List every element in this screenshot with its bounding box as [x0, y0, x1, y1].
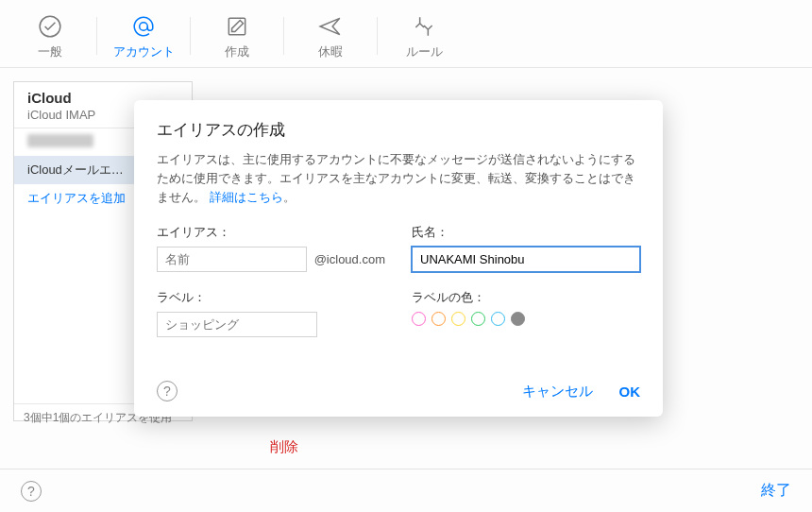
- dialog-description-suffix: 。: [283, 190, 296, 204]
- airplane-icon: [317, 13, 344, 40]
- color-swatch[interactable]: [471, 312, 485, 326]
- dialog-title: エイリアスの作成: [157, 119, 640, 141]
- dialog-footer: ? キャンセル OK: [157, 381, 640, 401]
- color-swatch[interactable]: [451, 312, 465, 326]
- at-sign-icon: [130, 13, 157, 40]
- alias-label: エイリアス：: [157, 224, 385, 241]
- label-label: ラベル：: [157, 289, 385, 306]
- alias-suffix: @icloud.com: [311, 252, 385, 266]
- toolbar-item-compose[interactable]: 作成: [195, 8, 279, 60]
- color-swatches: [412, 312, 640, 326]
- toolbar-separator: [283, 17, 284, 55]
- toolbar-separator: [377, 17, 378, 55]
- dialog-description: エイリアスは、主に使用するアカウントに不要なメッセージが送信されないようにするた…: [157, 150, 640, 207]
- color-swatch[interactable]: [511, 312, 525, 326]
- sidebar-row-label: エイリアスを追加: [27, 191, 126, 205]
- toolbar-separator: [190, 17, 191, 55]
- toolbar-label: アカウント: [113, 43, 175, 60]
- delete-button[interactable]: 削除: [270, 438, 298, 456]
- check-circle-icon: [37, 13, 63, 40]
- ok-button[interactable]: OK: [619, 384, 641, 400]
- learn-more-link[interactable]: 詳細はこちら: [210, 190, 283, 204]
- toolbar-label: 休暇: [318, 43, 343, 60]
- alias-input-row: @icloud.com: [157, 247, 385, 272]
- dialog-form: エイリアス： @icloud.com ラベル： 氏名： ラベルの色：: [157, 224, 640, 337]
- toolbar-item-vacation[interactable]: 休暇: [288, 8, 373, 60]
- toolbar-item-general[interactable]: 一般: [8, 8, 93, 60]
- redacted-text: [27, 134, 93, 147]
- create-alias-dialog: エイリアスの作成 エイリアスは、主に使用するアカウントに不要なメッセージが送信さ…: [134, 100, 663, 417]
- done-button[interactable]: 終了: [761, 481, 791, 501]
- svg-point-1: [140, 23, 148, 31]
- toolbar-label: ルール: [406, 43, 443, 60]
- cancel-button[interactable]: キャンセル: [522, 383, 593, 401]
- sidebar-row-label: iCloudメールエ…: [27, 162, 124, 177]
- help-icon[interactable]: ?: [21, 481, 42, 502]
- toolbar-item-accounts[interactable]: アカウント: [101, 8, 186, 60]
- fullname-label: 氏名：: [412, 224, 640, 241]
- label-input[interactable]: [157, 312, 317, 337]
- color-swatch[interactable]: [412, 312, 426, 326]
- color-swatch[interactable]: [431, 312, 446, 326]
- toolbar-label: 一般: [38, 43, 62, 60]
- form-col-left: エイリアス： @icloud.com ラベル：: [157, 224, 385, 337]
- toolbar-separator: [96, 17, 97, 55]
- help-icon[interactable]: ?: [157, 381, 178, 401]
- color-label: ラベルの色：: [412, 289, 640, 306]
- bottom-bar: ? 終了: [0, 469, 812, 512]
- dialog-buttons: キャンセル OK: [522, 383, 641, 401]
- rules-icon: [411, 13, 437, 40]
- alias-input[interactable]: [157, 247, 307, 272]
- form-col-right: 氏名： ラベルの色：: [412, 224, 640, 337]
- toolbar: 一般 アカウント 作成 休暇 ルール: [0, 0, 812, 68]
- svg-point-0: [40, 16, 60, 37]
- compose-icon: [224, 13, 250, 40]
- fullname-input[interactable]: [412, 247, 640, 272]
- toolbar-label: 作成: [225, 43, 249, 60]
- color-swatch[interactable]: [491, 312, 505, 326]
- toolbar-item-rules[interactable]: ルール: [381, 8, 466, 60]
